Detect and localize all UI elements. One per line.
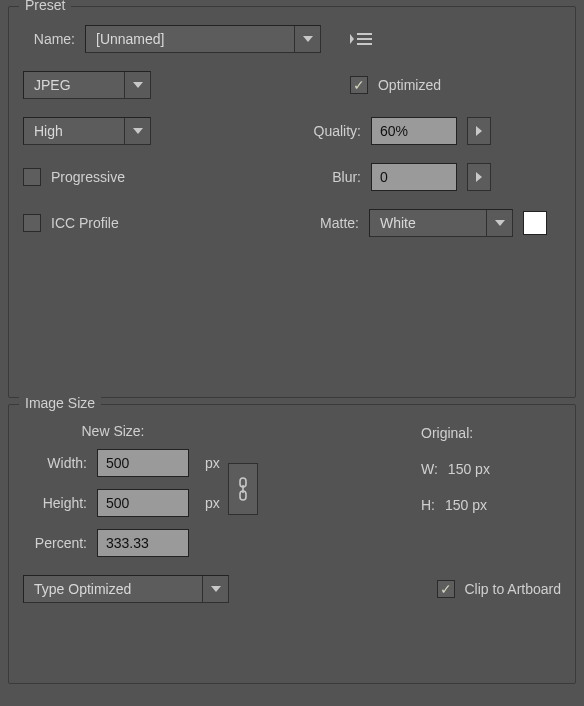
orig-h-label: H: (421, 497, 435, 513)
constrain-proportions-button[interactable] (228, 463, 258, 515)
quality-input[interactable] (371, 117, 457, 145)
new-size-column: New Size: Width: px Height: px (23, 423, 258, 571)
clip-to-artboard-label: Clip to Artboard (465, 581, 562, 597)
chevron-down-icon (124, 72, 150, 98)
clip-to-artboard-checkbox[interactable] (437, 580, 455, 598)
blur-input[interactable] (371, 163, 457, 191)
orig-w-label: W: (421, 461, 438, 477)
matte-value: White (370, 215, 486, 231)
matte-color-swatch[interactable] (523, 211, 547, 235)
format-value: JPEG (24, 77, 124, 93)
percent-input[interactable] (97, 529, 189, 557)
chevron-down-icon (124, 118, 150, 144)
image-size-fieldset: Image Size New Size: Width: px Height: p (8, 404, 576, 684)
name-label: Name: (23, 31, 75, 47)
format-dropdown[interactable]: JPEG (23, 71, 151, 99)
width-label: Width: (23, 455, 87, 471)
original-column: Original: W: 150 px H: 150 px (421, 423, 561, 571)
progressive-checkbox[interactable] (23, 168, 41, 186)
blur-spinner[interactable] (467, 163, 491, 191)
quality-preset-dropdown[interactable]: High (23, 117, 151, 145)
height-input[interactable] (97, 489, 189, 517)
name-dropdown[interactable]: [Unnamed] (85, 25, 321, 53)
preset-menu-button[interactable] (347, 28, 375, 50)
quality-row: High Quality: (23, 117, 561, 145)
orig-h-value: 150 px (445, 497, 487, 513)
new-size-label: New Size: (23, 423, 203, 439)
quality-label: Quality: (314, 123, 361, 139)
original-label: Original: (421, 425, 561, 441)
antialias-value: Type Optimized (24, 581, 202, 597)
size-columns: New Size: Width: px Height: px (23, 423, 561, 571)
height-label: Height: (23, 495, 87, 511)
link-icon (236, 477, 250, 501)
svg-rect-2 (357, 43, 372, 45)
orig-w-value: 150 px (448, 461, 490, 477)
progressive-row: Progressive Blur: (23, 163, 561, 191)
matte-label: Matte: (320, 215, 359, 231)
svg-rect-1 (357, 38, 372, 40)
blur-label: Blur: (332, 169, 361, 185)
name-row: Name: [Unnamed] (23, 25, 561, 53)
preset-fieldset: Preset Name: [Unnamed] JPEG (8, 6, 576, 398)
name-value: [Unnamed] (86, 31, 294, 47)
optimized-checkbox[interactable] (350, 76, 368, 94)
progressive-label: Progressive (51, 169, 125, 185)
quality-preset-value: High (24, 123, 124, 139)
width-unit: px (199, 455, 220, 471)
percent-label: Percent: (23, 535, 87, 551)
icc-checkbox[interactable] (23, 214, 41, 232)
image-size-legend: Image Size (19, 395, 101, 411)
width-input[interactable] (97, 449, 189, 477)
antialias-dropdown[interactable]: Type Optimized (23, 575, 229, 603)
matte-dropdown[interactable]: White (369, 209, 513, 237)
quality-spinner[interactable] (467, 117, 491, 145)
chevron-down-icon (486, 210, 512, 236)
format-row: JPEG Optimized (23, 71, 561, 99)
svg-rect-0 (357, 33, 372, 35)
chevron-down-icon (294, 26, 320, 52)
icc-label: ICC Profile (51, 215, 119, 231)
preset-legend: Preset (19, 0, 71, 13)
chevron-down-icon (202, 576, 228, 602)
icc-row: ICC Profile Matte: White (23, 209, 561, 237)
optimized-label: Optimized (378, 77, 441, 93)
height-unit: px (199, 495, 220, 511)
